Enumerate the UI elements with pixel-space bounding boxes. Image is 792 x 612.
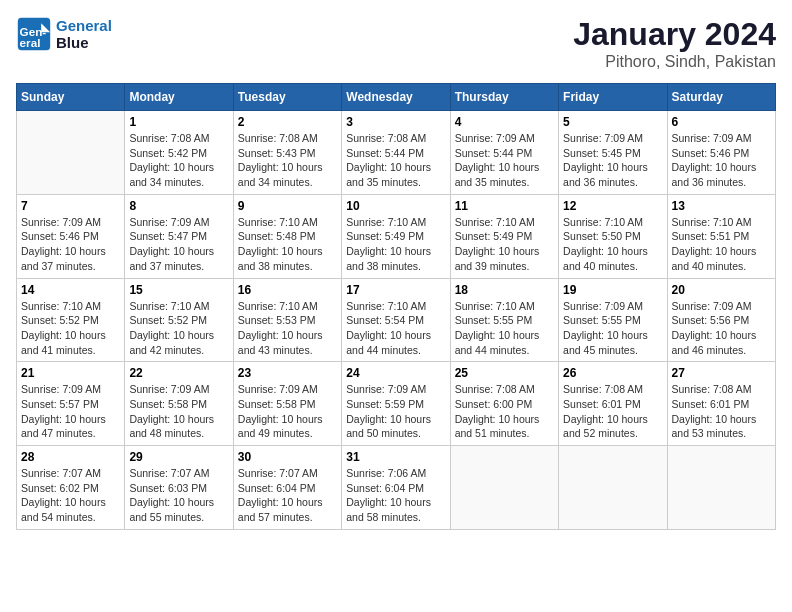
day-detail: Sunrise: 7:07 AMSunset: 6:04 PMDaylight:…	[238, 466, 337, 525]
day-number: 1	[129, 115, 228, 129]
calendar-day-cell: 18 Sunrise: 7:10 AMSunset: 5:55 PMDaylig…	[450, 278, 558, 362]
day-number: 19	[563, 283, 662, 297]
calendar-day-cell: 15 Sunrise: 7:10 AMSunset: 5:52 PMDaylig…	[125, 278, 233, 362]
calendar-day-cell: 24 Sunrise: 7:09 AMSunset: 5:59 PMDaylig…	[342, 362, 450, 446]
calendar-day-cell: 3 Sunrise: 7:08 AMSunset: 5:44 PMDayligh…	[342, 111, 450, 195]
calendar-day-cell: 5 Sunrise: 7:09 AMSunset: 5:45 PMDayligh…	[559, 111, 667, 195]
day-detail: Sunrise: 7:09 AMSunset: 5:44 PMDaylight:…	[455, 131, 554, 190]
day-detail: Sunrise: 7:08 AMSunset: 6:01 PMDaylight:…	[563, 382, 662, 441]
day-detail: Sunrise: 7:09 AMSunset: 5:55 PMDaylight:…	[563, 299, 662, 358]
month-title: January 2024	[573, 16, 776, 53]
day-number: 3	[346, 115, 445, 129]
day-number: 28	[21, 450, 120, 464]
calendar-day-cell	[450, 446, 558, 530]
calendar-day-cell	[17, 111, 125, 195]
day-detail: Sunrise: 7:09 AMSunset: 5:56 PMDaylight:…	[672, 299, 771, 358]
calendar-day-cell: 26 Sunrise: 7:08 AMSunset: 6:01 PMDaylig…	[559, 362, 667, 446]
day-detail: Sunrise: 7:08 AMSunset: 5:44 PMDaylight:…	[346, 131, 445, 190]
calendar-table: SundayMondayTuesdayWednesdayThursdayFrid…	[16, 83, 776, 530]
page-header: Gen- eral General Blue January 2024 Pith…	[16, 16, 776, 71]
day-detail: Sunrise: 7:10 AMSunset: 5:50 PMDaylight:…	[563, 215, 662, 274]
calendar-day-header: Monday	[125, 84, 233, 111]
day-detail: Sunrise: 7:07 AMSunset: 6:03 PMDaylight:…	[129, 466, 228, 525]
day-detail: Sunrise: 7:09 AMSunset: 5:58 PMDaylight:…	[129, 382, 228, 441]
day-number: 22	[129, 366, 228, 380]
calendar-day-cell: 27 Sunrise: 7:08 AMSunset: 6:01 PMDaylig…	[667, 362, 775, 446]
day-detail: Sunrise: 7:09 AMSunset: 5:46 PMDaylight:…	[672, 131, 771, 190]
day-detail: Sunrise: 7:10 AMSunset: 5:51 PMDaylight:…	[672, 215, 771, 274]
calendar-day-cell: 17 Sunrise: 7:10 AMSunset: 5:54 PMDaylig…	[342, 278, 450, 362]
calendar-day-cell: 13 Sunrise: 7:10 AMSunset: 5:51 PMDaylig…	[667, 194, 775, 278]
day-detail: Sunrise: 7:09 AMSunset: 5:57 PMDaylight:…	[21, 382, 120, 441]
calendar-day-header: Saturday	[667, 84, 775, 111]
calendar-day-header: Thursday	[450, 84, 558, 111]
day-number: 25	[455, 366, 554, 380]
day-detail: Sunrise: 7:09 AMSunset: 5:45 PMDaylight:…	[563, 131, 662, 190]
calendar-day-cell: 14 Sunrise: 7:10 AMSunset: 5:52 PMDaylig…	[17, 278, 125, 362]
day-number: 17	[346, 283, 445, 297]
calendar-day-cell: 11 Sunrise: 7:10 AMSunset: 5:49 PMDaylig…	[450, 194, 558, 278]
calendar-day-cell: 9 Sunrise: 7:10 AMSunset: 5:48 PMDayligh…	[233, 194, 341, 278]
calendar-day-header: Sunday	[17, 84, 125, 111]
day-number: 5	[563, 115, 662, 129]
day-number: 31	[346, 450, 445, 464]
day-detail: Sunrise: 7:10 AMSunset: 5:49 PMDaylight:…	[346, 215, 445, 274]
calendar-day-cell	[667, 446, 775, 530]
calendar-day-cell: 20 Sunrise: 7:09 AMSunset: 5:56 PMDaylig…	[667, 278, 775, 362]
calendar-day-header: Tuesday	[233, 84, 341, 111]
day-number: 11	[455, 199, 554, 213]
day-number: 15	[129, 283, 228, 297]
day-number: 8	[129, 199, 228, 213]
calendar-week-row: 1 Sunrise: 7:08 AMSunset: 5:42 PMDayligh…	[17, 111, 776, 195]
day-detail: Sunrise: 7:09 AMSunset: 5:46 PMDaylight:…	[21, 215, 120, 274]
day-number: 7	[21, 199, 120, 213]
day-detail: Sunrise: 7:09 AMSunset: 5:58 PMDaylight:…	[238, 382, 337, 441]
calendar-day-cell: 2 Sunrise: 7:08 AMSunset: 5:43 PMDayligh…	[233, 111, 341, 195]
day-number: 24	[346, 366, 445, 380]
calendar-day-cell: 29 Sunrise: 7:07 AMSunset: 6:03 PMDaylig…	[125, 446, 233, 530]
day-detail: Sunrise: 7:10 AMSunset: 5:53 PMDaylight:…	[238, 299, 337, 358]
day-detail: Sunrise: 7:08 AMSunset: 5:43 PMDaylight:…	[238, 131, 337, 190]
calendar-day-cell: 6 Sunrise: 7:09 AMSunset: 5:46 PMDayligh…	[667, 111, 775, 195]
calendar-day-cell: 21 Sunrise: 7:09 AMSunset: 5:57 PMDaylig…	[17, 362, 125, 446]
svg-text:eral: eral	[20, 36, 41, 49]
day-number: 29	[129, 450, 228, 464]
day-detail: Sunrise: 7:06 AMSunset: 6:04 PMDaylight:…	[346, 466, 445, 525]
calendar-week-row: 28 Sunrise: 7:07 AMSunset: 6:02 PMDaylig…	[17, 446, 776, 530]
calendar-day-cell: 30 Sunrise: 7:07 AMSunset: 6:04 PMDaylig…	[233, 446, 341, 530]
day-number: 21	[21, 366, 120, 380]
day-detail: Sunrise: 7:10 AMSunset: 5:55 PMDaylight:…	[455, 299, 554, 358]
day-number: 2	[238, 115, 337, 129]
calendar-day-cell: 25 Sunrise: 7:08 AMSunset: 6:00 PMDaylig…	[450, 362, 558, 446]
day-number: 4	[455, 115, 554, 129]
day-detail: Sunrise: 7:10 AMSunset: 5:48 PMDaylight:…	[238, 215, 337, 274]
calendar-day-cell: 12 Sunrise: 7:10 AMSunset: 5:50 PMDaylig…	[559, 194, 667, 278]
calendar-week-row: 21 Sunrise: 7:09 AMSunset: 5:57 PMDaylig…	[17, 362, 776, 446]
calendar-day-header: Friday	[559, 84, 667, 111]
day-number: 14	[21, 283, 120, 297]
day-detail: Sunrise: 7:07 AMSunset: 6:02 PMDaylight:…	[21, 466, 120, 525]
calendar-week-row: 14 Sunrise: 7:10 AMSunset: 5:52 PMDaylig…	[17, 278, 776, 362]
day-number: 27	[672, 366, 771, 380]
logo: Gen- eral General Blue	[16, 16, 112, 52]
day-number: 13	[672, 199, 771, 213]
calendar-day-cell: 28 Sunrise: 7:07 AMSunset: 6:02 PMDaylig…	[17, 446, 125, 530]
calendar-day-cell: 22 Sunrise: 7:09 AMSunset: 5:58 PMDaylig…	[125, 362, 233, 446]
day-number: 16	[238, 283, 337, 297]
calendar-day-cell: 31 Sunrise: 7:06 AMSunset: 6:04 PMDaylig…	[342, 446, 450, 530]
day-detail: Sunrise: 7:10 AMSunset: 5:52 PMDaylight:…	[21, 299, 120, 358]
calendar-day-cell: 10 Sunrise: 7:10 AMSunset: 5:49 PMDaylig…	[342, 194, 450, 278]
day-detail: Sunrise: 7:08 AMSunset: 6:01 PMDaylight:…	[672, 382, 771, 441]
title-area: January 2024 Pithoro, Sindh, Pakistan	[573, 16, 776, 71]
day-detail: Sunrise: 7:10 AMSunset: 5:49 PMDaylight:…	[455, 215, 554, 274]
day-detail: Sunrise: 7:10 AMSunset: 5:52 PMDaylight:…	[129, 299, 228, 358]
logo-text: General Blue	[56, 17, 112, 51]
day-detail: Sunrise: 7:10 AMSunset: 5:54 PMDaylight:…	[346, 299, 445, 358]
calendar-day-cell: 23 Sunrise: 7:09 AMSunset: 5:58 PMDaylig…	[233, 362, 341, 446]
day-detail: Sunrise: 7:09 AMSunset: 5:47 PMDaylight:…	[129, 215, 228, 274]
calendar-day-cell: 8 Sunrise: 7:09 AMSunset: 5:47 PMDayligh…	[125, 194, 233, 278]
calendar-day-cell: 4 Sunrise: 7:09 AMSunset: 5:44 PMDayligh…	[450, 111, 558, 195]
calendar-header-row: SundayMondayTuesdayWednesdayThursdayFrid…	[17, 84, 776, 111]
day-number: 23	[238, 366, 337, 380]
location-title: Pithoro, Sindh, Pakistan	[573, 53, 776, 71]
